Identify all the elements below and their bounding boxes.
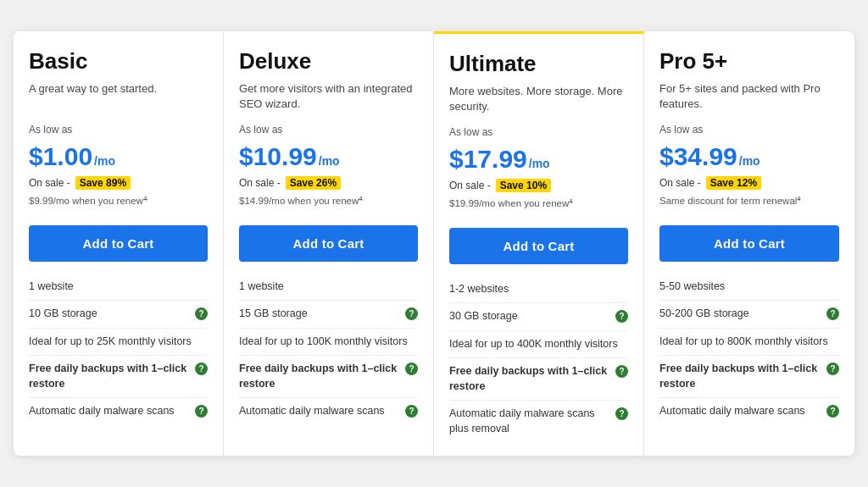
pricing-grid: Basic A great way to get started. As low… xyxy=(14,31,854,457)
feature-item-basic-2: Ideal for up to 25K monthly visitors xyxy=(29,328,208,356)
feature-item-basic-1: 10 GB storage ? xyxy=(29,300,208,328)
sale-row-pro5: On sale - Save 12% xyxy=(659,176,839,190)
feature-text-ultimate-3: Free daily backups with 1–click restore xyxy=(449,364,612,394)
feature-item-ultimate-2: Ideal for up to 400K monthly visitors xyxy=(449,330,628,358)
as-low-as-deluxe: As low as xyxy=(239,124,418,136)
features-list-deluxe: 1 website 15 GB storage ? Ideal for up t… xyxy=(239,274,418,425)
feature-text-deluxe-0: 1 website xyxy=(239,279,418,295)
price-row-pro5: $34.99 /mo xyxy=(659,142,839,171)
feature-item-pro5-4: Automatic daily malware scans ? xyxy=(659,397,839,425)
renew-text-ultimate: $19.99/mo when you renew⁴ xyxy=(449,197,628,209)
feature-item-ultimate-4: Automatic daily malware scans plus remov… xyxy=(449,400,628,442)
info-icon-basic-1[interactable]: ? xyxy=(195,307,208,320)
as-low-as-basic: As low as xyxy=(29,124,208,136)
feature-item-pro5-3: Free daily backups with 1–click restore … xyxy=(659,355,839,397)
as-low-as-pro5: As low as xyxy=(659,124,839,136)
renew-text-deluxe: $14.99/mo when you renew⁴ xyxy=(239,195,418,207)
price-mo-ultimate: /mo xyxy=(529,157,550,170)
info-icon-deluxe-1[interactable]: ? xyxy=(405,307,418,320)
plan-subtitle-pro5: For 5+ sites and packed with Pro feature… xyxy=(659,81,839,112)
save-badge-basic: Save 89% xyxy=(75,176,131,190)
renew-text-basic: $9.99/mo when you renew⁴ xyxy=(29,195,208,207)
add-to-cart-button-pro5[interactable]: Add to Cart xyxy=(659,225,839,262)
plan-title-ultimate: Ultimate xyxy=(449,51,628,77)
feature-item-deluxe-0: 1 website xyxy=(239,274,418,301)
add-to-cart-button-basic[interactable]: Add to Cart xyxy=(29,225,208,262)
feature-item-basic-0: 1 website xyxy=(29,274,208,301)
renew-text-pro5: Same discount for term renewal⁴ xyxy=(659,195,839,207)
price-mo-basic: /mo xyxy=(94,154,115,168)
info-icon-ultimate-4[interactable]: ? xyxy=(615,407,628,420)
plan-title-pro5: Pro 5+ xyxy=(659,48,839,75)
save-badge-pro5: Save 12% xyxy=(706,176,761,190)
plan-card-deluxe: Deluxe Get more visitors with an integra… xyxy=(224,31,434,457)
feature-item-deluxe-3: Free daily backups with 1–click restore … xyxy=(239,355,418,397)
save-badge-ultimate: Save 10% xyxy=(496,179,551,192)
add-to-cart-button-ultimate[interactable]: Add to Cart xyxy=(449,228,628,264)
price-mo-pro5: /mo xyxy=(739,154,760,168)
feature-item-ultimate-0: 1-2 websites xyxy=(449,276,628,303)
info-icon-basic-4[interactable]: ? xyxy=(195,405,208,418)
plan-card-pro5: Pro 5+ For 5+ sites and packed with Pro … xyxy=(644,31,854,457)
sale-row-ultimate: On sale - Save 10% xyxy=(449,179,628,192)
feature-text-pro5-3: Free daily backups with 1–click restore xyxy=(659,362,823,391)
feature-text-deluxe-3: Free daily backups with 1–click restore xyxy=(239,362,402,391)
feature-text-basic-1: 10 GB storage xyxy=(29,307,192,322)
feature-text-basic-3: Free daily backups with 1–click restore xyxy=(29,362,192,391)
plan-card-basic: Basic A great way to get started. As low… xyxy=(14,31,224,457)
info-icon-basic-3[interactable]: ? xyxy=(195,362,208,375)
info-icon-deluxe-4[interactable]: ? xyxy=(405,405,418,418)
info-icon-pro5-4[interactable]: ? xyxy=(826,405,839,418)
price-amount-ultimate: $17.99 xyxy=(449,145,527,174)
features-list-pro5: 5-50 websites 50-200 GB storage ? Ideal … xyxy=(659,274,839,425)
feature-text-basic-4: Automatic daily malware scans xyxy=(29,404,192,419)
plan-subtitle-basic: A great way to get started. xyxy=(29,81,208,112)
feature-text-pro5-2: Ideal for up to 800K monthly visitors xyxy=(659,335,839,350)
feature-text-deluxe-1: 15 GB storage xyxy=(239,307,402,322)
add-to-cart-button-deluxe[interactable]: Add to Cart xyxy=(239,225,418,262)
feature-text-ultimate-4: Automatic daily malware scans plus remov… xyxy=(449,407,612,436)
as-low-as-ultimate: As low as xyxy=(449,126,628,138)
save-badge-deluxe: Save 26% xyxy=(286,176,341,190)
feature-text-basic-2: Ideal for up to 25K monthly visitors xyxy=(29,335,208,350)
feature-text-ultimate-2: Ideal for up to 400K monthly visitors xyxy=(449,337,628,352)
feature-item-pro5-2: Ideal for up to 800K monthly visitors xyxy=(659,328,839,356)
feature-item-pro5-0: 5-50 websites xyxy=(659,274,839,301)
feature-text-pro5-0: 5-50 websites xyxy=(659,279,839,295)
feature-item-basic-4: Automatic daily malware scans ? xyxy=(29,397,208,425)
price-amount-pro5: $34.99 xyxy=(659,142,737,171)
sale-text-deluxe: On sale - xyxy=(239,177,281,189)
price-row-deluxe: $10.99 /mo xyxy=(239,142,418,171)
feature-item-basic-3: Free daily backups with 1–click restore … xyxy=(29,355,208,397)
feature-item-ultimate-3: Free daily backups with 1–click restore … xyxy=(449,357,628,400)
info-icon-ultimate-3[interactable]: ? xyxy=(615,365,628,378)
sale-row-deluxe: On sale - Save 26% xyxy=(239,176,418,190)
feature-text-pro5-4: Automatic daily malware scans xyxy=(659,404,823,419)
feature-item-ultimate-1: 30 GB storage ? xyxy=(449,302,628,330)
price-amount-deluxe: $10.99 xyxy=(239,142,317,171)
plan-subtitle-ultimate: More websites. More storage. More securi… xyxy=(449,84,628,114)
plan-title-basic: Basic xyxy=(29,48,208,75)
sale-text-basic: On sale - xyxy=(29,177,70,189)
feature-text-ultimate-1: 30 GB storage xyxy=(449,309,612,324)
features-list-ultimate: 1-2 websites 30 GB storage ? Ideal for u… xyxy=(449,276,628,443)
feature-text-deluxe-4: Automatic daily malware scans xyxy=(239,404,402,419)
feature-item-deluxe-1: 15 GB storage ? xyxy=(239,300,418,328)
price-row-basic: $1.00 /mo xyxy=(29,142,208,171)
price-amount-basic: $1.00 xyxy=(29,142,92,171)
plan-card-ultimate: Ultimate More websites. More storage. Mo… xyxy=(434,31,644,457)
price-row-ultimate: $17.99 /mo xyxy=(449,145,628,174)
sale-row-basic: On sale - Save 89% xyxy=(29,176,208,190)
price-mo-deluxe: /mo xyxy=(319,154,340,168)
feature-text-deluxe-2: Ideal for up to 100K monthly visitors xyxy=(239,335,418,350)
info-icon-pro5-1[interactable]: ? xyxy=(826,307,839,320)
feature-item-pro5-1: 50-200 GB storage ? xyxy=(659,300,839,328)
feature-text-basic-0: 1 website xyxy=(29,279,208,295)
feature-item-deluxe-2: Ideal for up to 100K monthly visitors xyxy=(239,328,418,356)
feature-text-pro5-1: 50-200 GB storage xyxy=(659,307,823,322)
plan-title-deluxe: Deluxe xyxy=(239,48,418,75)
info-icon-ultimate-1[interactable]: ? xyxy=(615,310,628,323)
info-icon-deluxe-3[interactable]: ? xyxy=(405,362,418,375)
info-icon-pro5-3[interactable]: ? xyxy=(826,362,839,375)
feature-item-deluxe-4: Automatic daily malware scans ? xyxy=(239,397,418,425)
